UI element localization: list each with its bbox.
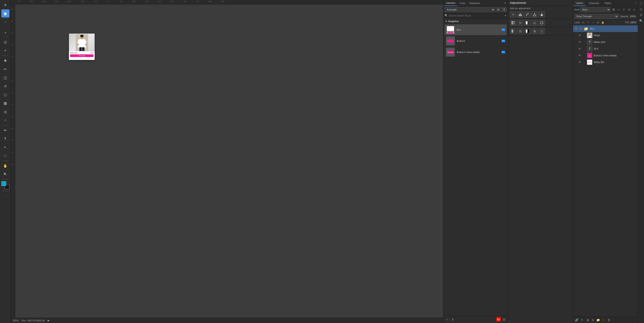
gradient-tool[interactable]: ▦ bbox=[1, 99, 10, 107]
graphics-item-box[interactable]: Box Ps bbox=[444, 24, 506, 35]
add-icon[interactable]: + bbox=[445, 318, 450, 322]
shape-tool[interactable]: □ bbox=[1, 152, 10, 160]
layer-eye-white-shirt[interactable]: 👁 bbox=[578, 40, 582, 44]
add-group-icon[interactable]: 📁 bbox=[596, 318, 600, 322]
add-mask-icon[interactable]: ◑ bbox=[585, 318, 590, 322]
filter-shape-icon[interactable]: ⊞ bbox=[627, 8, 631, 12]
lock-position-icon[interactable]: ↔ bbox=[591, 20, 595, 24]
hand-tool[interactable]: ✋ bbox=[1, 162, 10, 170]
threshold-adj-btn[interactable] bbox=[524, 28, 530, 34]
view-details-button[interactable]: View details bbox=[70, 54, 94, 57]
channelmixer-adj-btn[interactable] bbox=[538, 20, 545, 26]
trash-icon[interactable]: 🗑 bbox=[502, 318, 506, 322]
invert-adj-btn[interactable] bbox=[510, 28, 516, 34]
foreground-color-swatch[interactable] bbox=[1, 181, 6, 186]
panel-close-btn[interactable]: ✕ bbox=[503, 1, 507, 5]
filter-smart-icon[interactable]: ♦ bbox=[632, 8, 636, 12]
layer-photo[interactable]: 👁 Photo bbox=[577, 32, 638, 39]
fill-value[interactable]: 100% bbox=[630, 21, 636, 24]
list-view-btn[interactable]: ☰ bbox=[502, 7, 506, 12]
layer-eye-button1-view[interactable]: 👁 bbox=[578, 54, 582, 57]
canvas-area[interactable]: White shirt 30 € View details bbox=[15, 4, 443, 318]
grid-view-btn[interactable]: ⊞ bbox=[496, 7, 501, 12]
right-icon-4[interactable]: 🔍 bbox=[639, 18, 644, 23]
text-tool[interactable]: T bbox=[1, 135, 10, 143]
add-layer-icon[interactable]: + bbox=[601, 318, 606, 322]
tab-libraries[interactable]: Libraries bbox=[444, 0, 457, 6]
filter-pixel-icon[interactable]: 🖼 bbox=[611, 8, 616, 12]
link-layers-icon[interactable]: 🔗 bbox=[574, 318, 579, 322]
dodge-tool[interactable]: ○ bbox=[1, 116, 10, 124]
layer-eye-price[interactable]: 👁 bbox=[578, 47, 582, 50]
layer-white-bg[interactable]: 👁 White BG bbox=[577, 59, 638, 66]
pen-tool[interactable]: ✒ bbox=[1, 126, 10, 134]
color-swatches[interactable] bbox=[1, 181, 10, 189]
posterize-adj-btn[interactable]: ⊟ bbox=[517, 28, 524, 34]
layer-price[interactable]: 👁 T 30 € bbox=[577, 46, 638, 52]
magic-wand-tool[interactable]: ⁎ bbox=[1, 28, 10, 36]
levels-adj-btn[interactable] bbox=[517, 12, 524, 18]
filter-adjust-icon[interactable]: ✏ bbox=[616, 8, 621, 12]
zoom-tool[interactable]: 🔍 bbox=[1, 170, 10, 178]
lasso-tool[interactable]: ⌒ bbox=[1, 20, 10, 28]
filter-type-dropdown[interactable]: Kind bbox=[580, 7, 610, 12]
layer-eye-photo[interactable]: 👁 bbox=[578, 34, 582, 37]
library-dropdown[interactable]: Exemple bbox=[444, 7, 495, 12]
tab-layers[interactable]: Layers bbox=[573, 0, 586, 6]
photofilter-adj-btn[interactable]: ◎ bbox=[532, 20, 538, 26]
exposure-adj-btn[interactable] bbox=[532, 12, 538, 18]
gradientmap-adj-btn[interactable]: ⊠ bbox=[532, 28, 538, 34]
tab-channels[interactable]: Channels bbox=[586, 0, 602, 6]
lock-transparent-icon[interactable]: ⊡ bbox=[581, 20, 585, 24]
delete-layer-icon[interactable]: 🗑 bbox=[607, 318, 611, 322]
brightness-adj-btn[interactable]: ☀ bbox=[510, 12, 516, 18]
filter-text-icon[interactable]: T bbox=[622, 8, 626, 12]
eyedropper-tool[interactable]: ⌖ bbox=[1, 46, 10, 54]
graphics-item-button1-view[interactable]: View details Button1+View details Ps bbox=[444, 47, 506, 58]
right-icon-3[interactable]: ⊞ bbox=[639, 12, 644, 18]
colorbalance-adj-btn[interactable]: ↻ bbox=[517, 20, 524, 26]
tab-color[interactable]: Color bbox=[458, 0, 467, 6]
graphics-section-header[interactable]: ▼ Graphics bbox=[443, 19, 508, 24]
search-dropdown-arrow[interactable]: ▼ bbox=[504, 14, 506, 17]
move-tool[interactable]: ✛ bbox=[1, 1, 10, 9]
search-adobe-stock-input[interactable] bbox=[449, 14, 504, 17]
layers-panel-expand[interactable]: ≡ bbox=[634, 0, 638, 6]
tab-swatches[interactable]: Swatches bbox=[468, 0, 482, 6]
layer-expand-box[interactable]: ▼ bbox=[579, 27, 582, 30]
layer-eye-white-bg[interactable]: 👁 bbox=[578, 60, 582, 64]
lock-image-icon[interactable]: ✎ bbox=[586, 20, 590, 24]
layer-box-group[interactable]: 👁 ▼ 📁 Box bbox=[573, 25, 638, 32]
fx-icon[interactable]: fx bbox=[580, 318, 584, 322]
upload-icon[interactable]: ⬆ bbox=[450, 318, 455, 322]
selectivecolor-adj-btn[interactable]: ◻ bbox=[538, 28, 545, 34]
vibrance-adj-btn[interactable] bbox=[538, 12, 545, 18]
tab-paths[interactable]: Paths bbox=[602, 0, 614, 6]
more-tools[interactable]: ··· bbox=[1, 192, 10, 200]
arrow-btn[interactable]: ▶ bbox=[48, 319, 50, 322]
select-tool[interactable]: ▣ bbox=[1, 10, 10, 18]
product-card[interactable]: White shirt 30 € View details bbox=[69, 34, 95, 60]
right-icon-1[interactable]: ⬡ bbox=[639, 1, 644, 6]
add-adjustment-icon[interactable]: ⊕ bbox=[590, 318, 595, 322]
path-select-tool[interactable]: ↖ bbox=[1, 143, 10, 151]
layer-eye-box[interactable]: 👁 bbox=[574, 27, 578, 30]
graphics-item-button1[interactable]: Button1 Ps bbox=[444, 36, 506, 46]
eraser-tool[interactable]: ◻ bbox=[1, 90, 10, 99]
history-brush-tool[interactable]: ↺ bbox=[1, 82, 10, 90]
right-icon-2[interactable]: ◫ bbox=[639, 7, 644, 12]
blend-mode-dropdown[interactable]: Pass Through bbox=[574, 14, 618, 19]
heal-tool[interactable]: ✚ bbox=[1, 56, 10, 65]
bw-adj-btn[interactable] bbox=[524, 20, 530, 26]
lock-all-icon[interactable]: 🔒 bbox=[601, 20, 605, 24]
stamp-tool[interactable]: ◫ bbox=[1, 74, 10, 82]
brush-tool[interactable]: ✏ bbox=[1, 65, 10, 73]
curves-adj-btn[interactable] bbox=[524, 12, 530, 18]
opacity-value[interactable]: 100% bbox=[630, 15, 636, 18]
lock-artboard-icon[interactable]: ⊞ bbox=[596, 20, 600, 24]
layer-button1-view[interactable]: 👁 View Button1+View details bbox=[577, 52, 638, 59]
hsl-adj-btn[interactable] bbox=[510, 20, 516, 26]
blur-tool[interactable]: ◎ bbox=[1, 108, 10, 116]
layer-white-shirt[interactable]: 👁 T White shirt bbox=[577, 39, 638, 46]
crop-tool[interactable]: ⊡ bbox=[1, 38, 10, 46]
